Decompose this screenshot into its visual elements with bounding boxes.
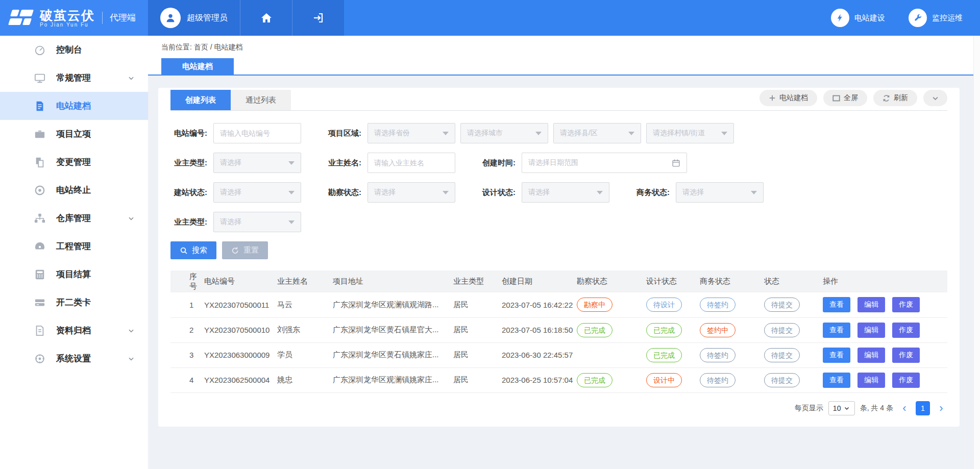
- dashboard-icon: [34, 44, 46, 56]
- user-menu[interactable]: 超级管理员: [148, 0, 240, 36]
- station-code-input[interactable]: [213, 123, 301, 143]
- void-button[interactable]: 作废: [892, 297, 920, 312]
- edit-button[interactable]: 编辑: [857, 297, 885, 312]
- sidebar-item-archives[interactable]: 资料归档: [0, 316, 148, 344]
- design-status-label: 设计状态:: [479, 188, 522, 198]
- void-button[interactable]: 作废: [892, 373, 920, 388]
- sitemap-icon: [34, 212, 46, 225]
- tab-create-list[interactable]: 创建列表: [170, 90, 231, 110]
- logout-button[interactable]: [292, 0, 344, 36]
- caret-down-icon: [443, 132, 449, 135]
- town-select[interactable]: 请选择村镇/街道: [646, 123, 734, 143]
- edit-button[interactable]: 编辑: [857, 323, 885, 338]
- tab-passed-list[interactable]: 通过列表: [231, 90, 291, 110]
- status-badge: 待提交: [764, 373, 800, 387]
- province-select[interactable]: 请选择省份: [368, 123, 455, 143]
- user-icon: [165, 12, 176, 23]
- sidebar: 控制台 常规管理 电站建档 项目立项 变更管理: [0, 36, 148, 469]
- business-status-select[interactable]: 请选择: [676, 182, 764, 203]
- sidebar-item-project-approval[interactable]: 项目立项: [0, 120, 148, 148]
- page-number[interactable]: 1: [916, 401, 930, 415]
- design-status-select[interactable]: 请选择: [522, 182, 609, 203]
- view-button[interactable]: 查看: [823, 348, 850, 363]
- business-status-label: 商务状态:: [633, 188, 676, 198]
- void-button[interactable]: 作废: [892, 348, 920, 363]
- caret-down-icon: [443, 191, 449, 194]
- table-row: 2 YX2023070500010 刘强东 广东深圳龙华区黄石镇星官大... 居…: [170, 317, 947, 342]
- logo: 破茧云伏 Po Jian Yun Fu 代理端: [0, 0, 148, 36]
- owner-type2-label: 业主类型:: [170, 217, 213, 227]
- nav-station-build[interactable]: 电站建设: [831, 9, 885, 27]
- chevron-down-icon: [128, 75, 135, 82]
- owner-type-select[interactable]: 请选择: [213, 153, 301, 173]
- logout-icon: [312, 12, 325, 24]
- survey-status-label: 勘察状态:: [325, 188, 368, 198]
- survey-status-select[interactable]: 请选择: [368, 182, 455, 203]
- build-status-label: 建站状态:: [170, 188, 213, 198]
- sidebar-item-general-mgmt[interactable]: 常规管理: [0, 64, 148, 92]
- sidebar-item-open-card[interactable]: 开二类卡: [0, 288, 148, 316]
- add-station-button[interactable]: 电站建档: [760, 90, 817, 106]
- scrollbar[interactable]: [973, 36, 980, 469]
- search-actions: 搜索 重置: [170, 241, 947, 259]
- sidebar-item-station-termination[interactable]: 电站终止: [0, 176, 148, 204]
- owner-type2-select[interactable]: 请选择: [213, 212, 301, 232]
- view-button[interactable]: 查看: [823, 297, 850, 312]
- sidebar-item-engineering-mgmt[interactable]: 工程管理: [0, 232, 148, 260]
- fullscreen-button[interactable]: 全屏: [823, 90, 867, 106]
- edit-button[interactable]: 编辑: [857, 373, 885, 388]
- survey-status-badge: 已完成: [577, 323, 612, 337]
- prev-page-button[interactable]: ‹: [898, 401, 911, 415]
- card-icon: [34, 297, 46, 309]
- home-button[interactable]: [240, 0, 292, 36]
- sidebar-item-console[interactable]: 控制台: [0, 36, 148, 64]
- sidebar-item-project-settlement[interactable]: 项目结算: [0, 260, 148, 288]
- chevron-down-icon: [932, 94, 939, 102]
- survey-status-badge: 勘察中: [577, 298, 612, 312]
- document-icon: [34, 100, 46, 112]
- city-select[interactable]: 请选择城市: [460, 123, 548, 143]
- collapse-button[interactable]: [923, 90, 947, 106]
- design-status-badge: 待设计: [646, 298, 682, 312]
- view-button[interactable]: 查看: [823, 323, 850, 338]
- chevron-down-icon: [128, 215, 135, 222]
- edit-button[interactable]: 编辑: [857, 348, 885, 363]
- station-filing-card: 创建列表 通过列表 电站建档 全屏: [158, 88, 960, 427]
- build-status-select[interactable]: 请选择: [213, 182, 301, 203]
- owner-name-input[interactable]: [368, 153, 455, 173]
- sidebar-item-change-mgmt[interactable]: 变更管理: [0, 148, 148, 176]
- settings-icon: [34, 353, 46, 365]
- reset-button[interactable]: 重置: [222, 241, 268, 259]
- stations-table: 序号 电站编号 业主姓名 项目地址 业主类型 创建日期 勘察状态 设计状态 商务…: [170, 270, 947, 393]
- reset-icon: [231, 246, 239, 255]
- region-label: 项目区域:: [325, 129, 368, 138]
- sidebar-item-warehouse-mgmt[interactable]: 仓库管理: [0, 204, 148, 232]
- sidebar-item-system-settings[interactable]: 系统设置: [0, 344, 148, 373]
- card-tools: 电站建档 全屏 刷新: [760, 90, 947, 110]
- page-size-select[interactable]: 10: [828, 401, 855, 415]
- design-status-badge: 已完成: [646, 348, 682, 362]
- void-button[interactable]: 作废: [892, 323, 920, 338]
- search-button[interactable]: 搜索: [170, 241, 216, 259]
- page-tab-station-filing[interactable]: 电站建档: [161, 58, 234, 75]
- logo-subtitle: Po Jian Yun Fu: [40, 22, 95, 28]
- refresh-button[interactable]: 刷新: [873, 90, 917, 106]
- sidebar-item-station-filing[interactable]: 电站建档: [0, 92, 148, 120]
- breadcrumb: 当前位置: 首页 / 电站建档: [161, 43, 980, 52]
- pagination: 每页显示 10 条, 共 4 条 ‹ 1 ›: [170, 401, 947, 415]
- copy-icon: [34, 156, 46, 168]
- card-head: 创建列表 通过列表 电站建档 全屏: [170, 90, 947, 111]
- main-area: 当前位置: 首页 / 电站建档 电站建档 创建列表 通过列表 电站建档 全屏: [148, 36, 980, 469]
- county-select[interactable]: 请选择县/区: [553, 123, 641, 143]
- caret-down-icon: [535, 132, 542, 135]
- view-button[interactable]: 查看: [823, 373, 850, 388]
- chevron-down-icon: [844, 405, 850, 411]
- chevron-down-icon: [128, 355, 135, 362]
- nav-monitor-ops[interactable]: 监控运维: [909, 9, 963, 27]
- caret-down-icon: [288, 191, 295, 194]
- next-page-button[interactable]: ›: [935, 401, 947, 415]
- app-header: 破茧云伏 Po Jian Yun Fu 代理端 超级管理员: [0, 0, 980, 36]
- briefcase-icon: [34, 128, 46, 140]
- station-code-label: 电站编号:: [170, 129, 213, 138]
- date-range-input[interactable]: 请选择日期范围: [522, 153, 687, 173]
